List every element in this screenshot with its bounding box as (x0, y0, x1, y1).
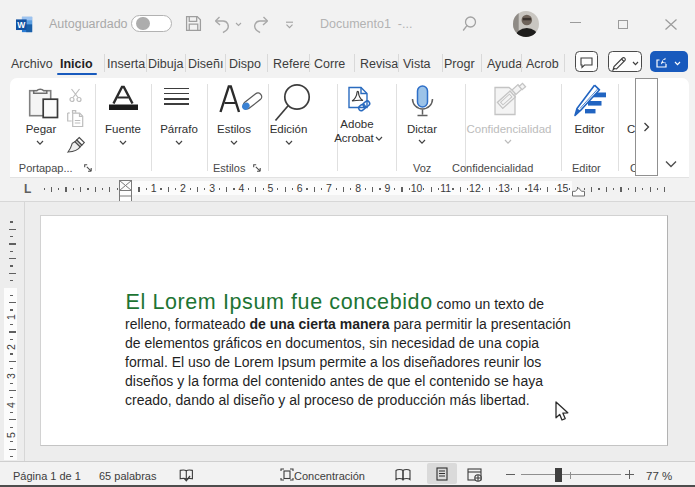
svg-text:W: W (17, 19, 26, 29)
